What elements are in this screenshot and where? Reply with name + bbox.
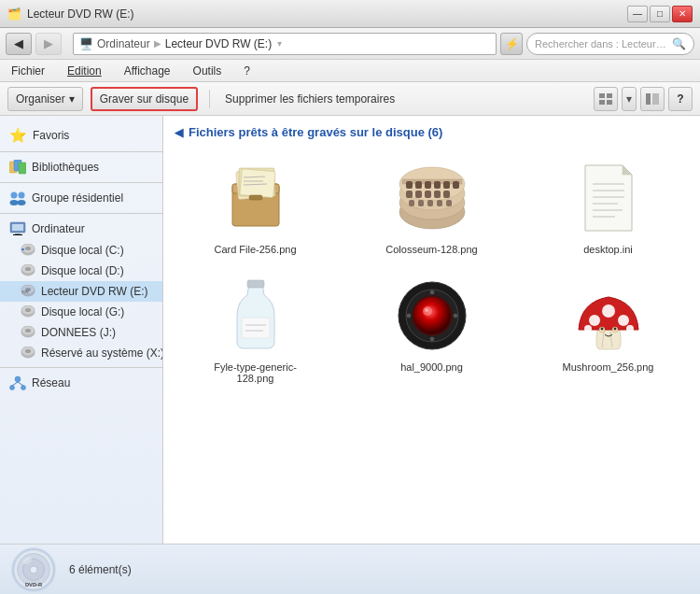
- menu-help[interactable]: ?: [240, 63, 254, 79]
- back-button[interactable]: ◀: [6, 33, 32, 55]
- refresh-button[interactable]: ⚡: [500, 33, 523, 55]
- delete-temp-button[interactable]: Supprimer les fichiers temporaires: [221, 87, 399, 111]
- svg-rect-59: [434, 181, 441, 189]
- svg-point-89: [425, 308, 428, 312]
- sidebar-label-bibliotheques: Bibliothèques: [32, 161, 99, 174]
- svg-point-92: [430, 290, 434, 294]
- pane-button[interactable]: [640, 87, 665, 111]
- file-item-hal9000[interactable]: hal_9000.png: [351, 268, 512, 389]
- search-bar[interactable]: Rechercher dans : Lecteur DVD R... 🔍: [526, 33, 694, 55]
- sidebar-item-dvd[interactable]: RW Lecteur DVD RW (E:): [0, 281, 162, 302]
- sidebar-item-ordinateur[interactable]: Ordinateur: [0, 218, 162, 240]
- sidebar-item-favoris[interactable]: ⭐ Favoris: [0, 123, 162, 148]
- help-button[interactable]: ?: [668, 87, 693, 111]
- sidebar-section-network: Réseau: [0, 372, 162, 394]
- section-arrow: ◀: [175, 126, 183, 139]
- diskg-icon: [21, 305, 35, 318]
- svg-rect-57: [415, 181, 422, 189]
- forward-button[interactable]: ▶: [35, 33, 62, 55]
- menu-bar: Fichier Edition Affichage Outils ?: [0, 60, 700, 82]
- svg-rect-14: [12, 224, 23, 231]
- sidebar-item-groupe[interactable]: Groupe résidentiel: [0, 187, 162, 209]
- sidebar-item-diskc[interactable]: Disque local (C:): [0, 240, 162, 261]
- svg-point-104: [613, 328, 616, 331]
- sidebar-label-diskc: Disque local (C:): [41, 244, 124, 257]
- menu-edition[interactable]: Edition: [63, 63, 105, 79]
- sidebar-label-donnees: DONNEES (J:): [41, 326, 116, 339]
- svg-rect-5: [652, 93, 659, 105]
- burn-label: Graver sur disque: [100, 92, 189, 106]
- toolbar-separator: [209, 90, 210, 108]
- view-arrow-button[interactable]: ▾: [622, 87, 637, 111]
- view-dropdown-button[interactable]: [594, 87, 618, 111]
- sidebar-item-donnees[interactable]: DONNEES (J:): [0, 322, 162, 343]
- favorites-icon: ⭐: [9, 127, 27, 144]
- menu-fichier[interactable]: Fichier: [7, 63, 49, 79]
- dropdown-arrow[interactable]: ▾: [277, 38, 282, 49]
- svg-point-11: [10, 200, 19, 205]
- maximize-button[interactable]: □: [650, 6, 670, 22]
- svg-point-23: [25, 267, 31, 271]
- file-name-generic: Fyle-type-generic-128.png: [209, 361, 302, 384]
- svg-rect-1: [607, 93, 612, 98]
- status-count: 6 élément(s): [69, 563, 132, 576]
- sidebar-label-favoris: Favoris: [33, 129, 69, 142]
- svg-rect-68: [418, 200, 424, 206]
- sidebar-label-groupe: Groupe résidentiel: [32, 191, 123, 205]
- svg-rect-80: [247, 280, 264, 288]
- svg-rect-69: [427, 200, 433, 206]
- close-button[interactable]: ✕: [672, 6, 693, 22]
- sidebar-label-diskd: Disque local (D:): [41, 264, 124, 277]
- file-item-cardfile[interactable]: Card File-256.png: [175, 150, 336, 261]
- sidebar-item-bibliotheques[interactable]: Bibliothèques: [0, 156, 162, 178]
- svg-rect-56: [406, 181, 413, 189]
- diskc-icon: [21, 244, 35, 257]
- organize-arrow: ▾: [69, 92, 75, 106]
- menu-affichage[interactable]: Affichage: [120, 63, 175, 79]
- nav-bar: ◀ ▶ 🖥️ Ordinateur ▶ Lecteur DVD RW (E:) …: [0, 28, 700, 60]
- file-name-hal9000: hal_9000.png: [400, 361, 463, 373]
- sidebar-item-reserve[interactable]: Réservé au système (X:): [0, 343, 162, 363]
- file-item-generic[interactable]: Fyle-type-generic-128.png: [175, 268, 336, 389]
- breadcrumb[interactable]: 🖥️ Ordinateur ▶ Lecteur DVD RW (E:) ▾: [73, 33, 497, 55]
- organize-button[interactable]: Organiser ▾: [7, 87, 83, 111]
- svg-point-87: [413, 297, 451, 334]
- dvd-icon-sidebar: RW: [21, 285, 35, 298]
- svg-rect-2: [599, 100, 605, 105]
- file-icon-cardfile: [214, 156, 298, 240]
- file-item-mushroom[interactable]: Mushroom_256.png: [527, 268, 689, 389]
- svg-rect-81: [242, 318, 270, 338]
- sidebar-section-homegroup: Groupe résidentiel: [0, 187, 162, 209]
- sidebar-label-diskg: Disque local (G:): [41, 305, 124, 318]
- svg-point-96: [589, 315, 600, 326]
- file-name-desktop-ini: desktop.ini: [583, 244, 633, 255]
- svg-rect-65: [434, 191, 441, 198]
- svg-rect-66: [443, 191, 450, 198]
- file-item-desktop-ini[interactable]: desktop.ini: [527, 150, 689, 261]
- file-icon-hal9000: [390, 274, 474, 358]
- file-icon-generic: [214, 274, 298, 358]
- dvd-icon-status: DVD-R: [11, 547, 56, 592]
- file-icon-mushroom: [567, 274, 651, 358]
- sidebar-label-dvd: Lecteur DVD RW (E:): [41, 285, 147, 298]
- svg-point-100: [626, 325, 634, 332]
- svg-rect-3: [607, 100, 612, 105]
- svg-rect-62: [406, 191, 413, 198]
- minimize-button[interactable]: —: [627, 6, 648, 22]
- sidebar-item-reseau[interactable]: Réseau: [0, 372, 162, 394]
- menu-outils[interactable]: Outils: [189, 63, 226, 79]
- svg-point-12: [18, 200, 26, 205]
- file-icon-colosseum: [390, 156, 474, 240]
- burn-button[interactable]: Graver sur disque: [91, 87, 198, 111]
- sidebar-item-diskg[interactable]: Disque local (G:): [0, 302, 162, 322]
- svg-point-39: [21, 386, 26, 390]
- svg-rect-58: [425, 181, 431, 189]
- sidebar: ⭐ Favoris Bibliothèques: [0, 116, 163, 544]
- svg-line-40: [12, 382, 18, 386]
- svg-point-90: [407, 314, 411, 318]
- svg-rect-67: [409, 200, 414, 206]
- file-item-colosseum[interactable]: Colosseum-128.png: [351, 150, 512, 261]
- svg-point-38: [10, 386, 15, 390]
- svg-rect-0: [599, 93, 605, 98]
- sidebar-item-diskd[interactable]: Disque local (D:): [0, 261, 162, 281]
